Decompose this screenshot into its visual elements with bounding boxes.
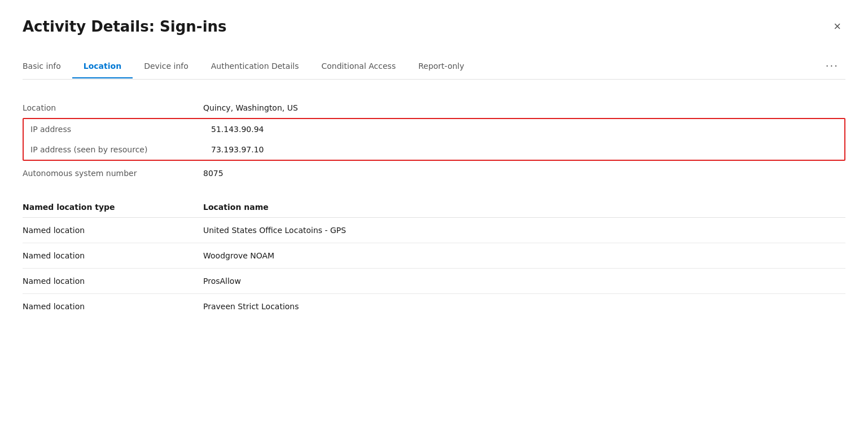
info-row-asn: Autonomous system number 8075 [23, 163, 845, 183]
table-row: Named location Woodgrove NOAM [23, 243, 845, 269]
cell-name-0: United States Office Locatoins - GPS [203, 226, 845, 235]
highlighted-ip-box: IP address 51.143.90.94 IP address (seen… [23, 118, 845, 161]
cell-name-1: Woodgrove NOAM [203, 251, 845, 260]
tab-report-only[interactable]: Report-only [407, 55, 475, 78]
tab-basic-info[interactable]: Basic info [23, 55, 72, 78]
value-asn: 8075 [203, 169, 223, 178]
cell-type-2: Named location [23, 277, 203, 286]
panel-title: Activity Details: Sign-ins [23, 18, 227, 35]
tab-authentication-details[interactable]: Authentication Details [200, 55, 310, 78]
value-location: Quincy, Washington, US [203, 103, 298, 112]
panel-header: Activity Details: Sign-ins × [23, 18, 845, 35]
table-row: Named location United States Office Loca… [23, 218, 845, 243]
info-row-ip-resource: IP address (seen by resource) 73.193.97.… [24, 139, 844, 160]
table-header-row: Named location type Location name [23, 197, 845, 218]
cell-type-3: Named location [23, 302, 203, 311]
tabs-more-button[interactable]: ··· [819, 53, 845, 80]
table-header-type: Named location type [23, 203, 203, 212]
value-ip-resource: 73.193.97.10 [211, 145, 264, 154]
tab-location[interactable]: Location [72, 55, 133, 78]
label-ip-address: IP address [30, 125, 211, 134]
close-button[interactable]: × [829, 18, 845, 35]
tabs-bar: Basic info Location Device info Authenti… [23, 53, 845, 80]
table-row: Named location Praveen Strict Locations [23, 294, 845, 319]
table-row: Named location ProsAllow [23, 269, 845, 294]
activity-details-panel: Activity Details: Sign-ins × Basic info … [0, 0, 868, 430]
label-asn: Autonomous system number [23, 169, 203, 178]
cell-name-3: Praveen Strict Locations [203, 302, 845, 311]
label-location: Location [23, 103, 203, 112]
info-row-ip-address: IP address 51.143.90.94 [24, 119, 844, 139]
cell-name-2: ProsAllow [203, 277, 845, 286]
cell-type-0: Named location [23, 226, 203, 235]
tab-device-info[interactable]: Device info [133, 55, 200, 78]
cell-type-1: Named location [23, 251, 203, 260]
info-row-location: Location Quincy, Washington, US [23, 98, 845, 118]
tab-conditional-access[interactable]: Conditional Access [310, 55, 407, 78]
table-header-name: Location name [203, 203, 845, 212]
label-ip-resource: IP address (seen by resource) [30, 145, 211, 154]
tab-content: Location Quincy, Washington, US IP addre… [23, 93, 845, 323]
value-ip-address: 51.143.90.94 [211, 125, 264, 134]
named-location-table: Named location type Location name Named … [23, 197, 845, 319]
